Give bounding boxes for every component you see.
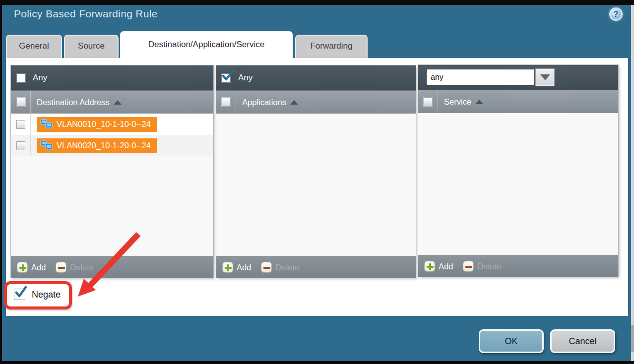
- minus-icon: [463, 261, 474, 272]
- add-button[interactable]: Add: [424, 261, 453, 272]
- applications-any-bar: Any: [216, 65, 416, 90]
- address-object-chip[interactable]: VLAN0020_10-1-20-0--24: [37, 138, 157, 153]
- destination-select-all-checkbox[interactable]: [16, 98, 25, 107]
- annotation-arrow: [72, 227, 151, 306]
- plus-icon: [222, 262, 233, 273]
- network-icon: [40, 140, 53, 151]
- row-checkbox[interactable]: [16, 141, 25, 150]
- tab-source[interactable]: Source: [64, 35, 119, 58]
- chevron-down-icon: [540, 74, 550, 80]
- checkmark-icon: [221, 69, 234, 82]
- destination-column-header: Destination Address: [11, 90, 213, 114]
- applications-list: [216, 114, 416, 256]
- service-actions-bar: Add Delete: [418, 255, 618, 277]
- service-column: Service Add Delete: [418, 65, 618, 277]
- service-combo: [426, 69, 554, 86]
- destination-any-bar: Any: [11, 65, 213, 90]
- network-icon: [40, 119, 53, 130]
- page-scrollbar[interactable]: [631, 5, 634, 361]
- plus-icon: [424, 261, 435, 272]
- sort-asc-icon: [475, 100, 483, 104]
- help-icon[interactable]: ?: [609, 7, 623, 21]
- negate-label: Negate: [32, 290, 61, 300]
- applications-column: Any Applications Add Delete: [216, 65, 416, 278]
- row-checkbox[interactable]: [16, 120, 25, 129]
- add-button[interactable]: Add: [17, 262, 46, 273]
- sort-asc-icon: [290, 100, 298, 105]
- address-object-chip[interactable]: VLAN0010_10-1-10-0--24: [37, 117, 157, 132]
- negate-checkbox[interactable]: [14, 289, 25, 300]
- sort-asc-icon: [114, 100, 122, 105]
- ok-button[interactable]: OK: [479, 329, 544, 353]
- add-button[interactable]: Add: [222, 262, 251, 273]
- destination-any-checkbox[interactable]: [16, 73, 26, 83]
- applications-actions-bar: Add Delete: [216, 256, 416, 278]
- minus-icon: [261, 262, 272, 273]
- scrollbar-thumb[interactable]: [631, 325, 634, 352]
- service-header-label[interactable]: Service: [444, 97, 483, 107]
- tab-destination-application-service[interactable]: Destination/Application/Service: [120, 31, 293, 58]
- applications-any-label: Any: [238, 73, 253, 83]
- plus-icon: [17, 262, 28, 273]
- cancel-button[interactable]: Cancel: [550, 329, 615, 353]
- delete-button[interactable]: Delete: [261, 262, 299, 273]
- service-select-all-checkbox[interactable]: [424, 97, 433, 106]
- applications-select-all-checkbox[interactable]: [222, 98, 231, 107]
- destination-any-label: Any: [33, 73, 47, 83]
- tab-forwarding[interactable]: Forwarding: [295, 35, 368, 58]
- table-row[interactable]: VLAN0020_10-1-20-0--24: [11, 135, 213, 156]
- destination-header-label[interactable]: Destination Address: [37, 98, 122, 107]
- service-dropdown-bar: [418, 65, 618, 90]
- table-row[interactable]: VLAN0010_10-1-10-0--24: [11, 114, 213, 135]
- service-dropdown-input[interactable]: [426, 69, 534, 86]
- applications-header-label[interactable]: Applications: [242, 98, 298, 107]
- tab-general[interactable]: General: [6, 35, 62, 58]
- applications-any-checkbox[interactable]: [221, 73, 231, 83]
- minus-icon: [56, 262, 66, 273]
- delete-button[interactable]: Delete: [463, 261, 501, 272]
- applications-column-header: Applications: [216, 90, 416, 114]
- dialog-title: Policy Based Forwarding Rule: [14, 8, 158, 20]
- dropdown-button[interactable]: [536, 69, 554, 86]
- service-column-header: Service: [418, 90, 618, 113]
- service-list: [418, 113, 618, 255]
